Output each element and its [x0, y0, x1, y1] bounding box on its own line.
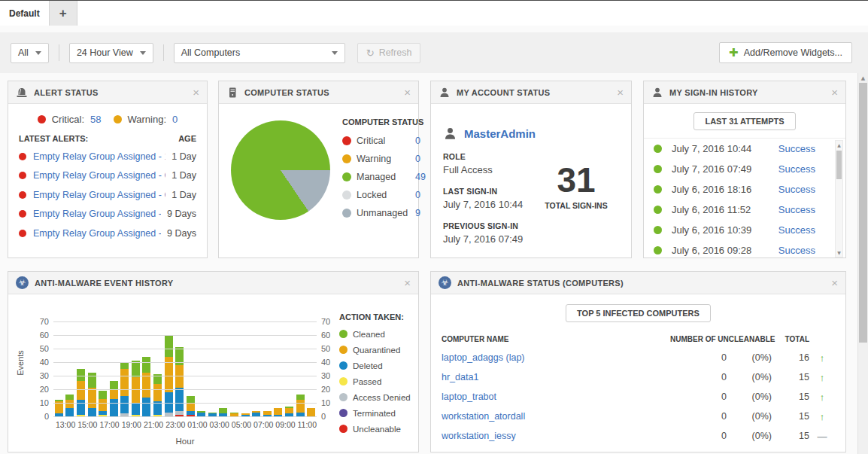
computer-name-link[interactable]: laptop_adaggs (lap) [442, 352, 670, 363]
computer-name-link[interactable]: hr_data1 [442, 372, 670, 382]
last-attempts-button[interactable]: LAST 31 ATTEMPTS [693, 112, 795, 130]
quarantined-segment [142, 373, 150, 397]
legend-dot [342, 172, 351, 181]
signin-date: July 6, 2016 09:28 [672, 245, 751, 256]
warning-dot [114, 115, 122, 123]
widget-antimalware-event-history: ☣ ANTI-MALWARE EVENT HISTORY × Events 01… [8, 271, 419, 452]
warning-count-link[interactable]: 0 [172, 114, 178, 125]
x-tick-label: 13:00 [56, 420, 75, 429]
close-icon[interactable]: × [831, 87, 838, 98]
time-view-dropdown[interactable]: 24 Hour View [69, 43, 153, 63]
x-tick-label: 21:00 [144, 420, 163, 429]
x-tick-label: 01:00 [187, 420, 207, 429]
close-icon[interactable]: × [404, 277, 411, 288]
stacked-bar-00:00 [187, 396, 195, 416]
alert-link[interactable]: Empty Relay Group Assigned - dir... [33, 228, 161, 239]
page-scrollbar[interactable]: ▲ [857, 73, 868, 454]
alert-link[interactable]: Empty Relay Group Assigned - CA... [33, 170, 165, 181]
deleted-segment [88, 408, 96, 416]
refresh-button[interactable]: ↻ Refresh [357, 43, 421, 63]
x-tick-slot: 11:00 [298, 420, 317, 429]
legend-value-link[interactable]: 0 [415, 190, 420, 200]
user-icon [443, 126, 457, 141]
legend-item: Cleaned [339, 326, 411, 342]
severity-filter-dropdown[interactable]: All [11, 43, 49, 63]
signin-result-link[interactable]: Success [778, 224, 815, 236]
alert-link[interactable]: Empty Relay Group Assigned - CA... [33, 190, 165, 200]
legend-value-link[interactable]: 9 [415, 208, 420, 218]
cleaned-segment [120, 362, 129, 369]
signin-date: July 6, 2016 18:16 [672, 184, 751, 195]
alert-link[interactable]: Empty Relay Group Assigned - 19... [33, 151, 165, 162]
alert-link[interactable]: Empty Relay Group Assigned - dir... [33, 209, 161, 219]
critical-dot [19, 153, 26, 160]
signin-result-link[interactable]: Success [778, 184, 815, 195]
signin-date: July 7, 2016 10:44 [672, 143, 751, 154]
stacked-bar-17:00 [110, 381, 118, 416]
widget-header: ALERT STATUS × [8, 81, 207, 104]
legend-dot [342, 190, 351, 200]
username-link[interactable]: MasterAdmin [464, 127, 536, 140]
x-tick-label: 11:00 [298, 420, 317, 429]
legend-dot [339, 409, 348, 417]
top5-infected-button[interactable]: TOP 5 INFECTED COMPUTERS [566, 304, 711, 322]
computer-name-link[interactable]: workstation_iessy [442, 431, 670, 441]
signin-result-link[interactable]: Success [778, 245, 815, 256]
scroll-down-icon[interactable]: ▼ [836, 248, 842, 257]
close-icon[interactable]: × [193, 87, 199, 98]
latest-alerts-label: LATEST ALERTS: [19, 134, 88, 143]
computer-status-body: COMPUTER STATUS Critical0Warning0Managed… [219, 104, 418, 230]
legend-value-link[interactable]: 0 [415, 136, 420, 146]
critical-count-link[interactable]: 58 [90, 114, 101, 125]
cleaned-segment [187, 396, 195, 403]
am-status-body: TOP 5 INFECTED COMPUTERS COMPUTER NAME N… [431, 294, 845, 446]
close-icon[interactable]: × [404, 87, 411, 98]
close-icon[interactable]: × [617, 87, 624, 98]
cleaned-segment [165, 335, 173, 357]
uncleanable-column-header: NUMBER OF UNCLEANABLE [670, 335, 772, 343]
add-remove-widgets-button[interactable]: ✚ Add/Remove Widgets... [719, 42, 852, 63]
uncleanable-percent: (0%) [727, 411, 772, 422]
deleted-segment [110, 399, 118, 416]
x-tick-label: 23:00 [165, 420, 185, 429]
computers-scope-dropdown[interactable]: All Computers [174, 43, 345, 63]
table-row: workstation_iessy0(0%)15— [442, 426, 835, 446]
legend-dot [339, 377, 348, 385]
legend-item: Critical0 [342, 132, 426, 150]
legend-title: COMPUTER STATUS [342, 117, 426, 126]
computer-name-link[interactable]: laptop_trabot [442, 392, 670, 402]
widget-header: MY ACCOUNT STATUS × [431, 81, 631, 104]
quarantined-segment [274, 408, 282, 415]
x-tick-label: 05:00 [232, 420, 251, 429]
gridline [53, 403, 317, 404]
signin-result-link[interactable]: Success [778, 163, 815, 175]
legend-value-link[interactable]: 0 [415, 154, 420, 164]
toolbar-separator [163, 44, 164, 61]
scrollbar-thumb[interactable] [836, 151, 842, 179]
computer-name-link[interactable]: workstation_atordall [442, 411, 670, 422]
legend-items: CleanedQuarantinedDeletedPassedAccess De… [339, 326, 411, 437]
account-user-row: MasterAdmin [443, 126, 619, 141]
legend-items: Critical0Warning0Managed49Locked0Unmanag… [342, 132, 426, 222]
legend-item: Uncleanable [339, 421, 411, 437]
legend-label: Cleaned [353, 330, 385, 339]
signin-result-link[interactable]: Success [778, 143, 815, 154]
chevron-down-icon [140, 51, 146, 55]
signin-row: July 6, 2016 10:39Success [644, 220, 845, 240]
chart-legend: ACTION TAKEN: CleanedQuarantinedDeletedP… [339, 312, 411, 437]
x-tick-slot: 05:00 [232, 420, 251, 429]
tab-default[interactable]: Default [0, 1, 49, 26]
success-dot [654, 165, 662, 173]
signin-result-link[interactable]: Success [778, 204, 815, 215]
legend-value-link[interactable]: 49 [415, 172, 426, 182]
close-icon[interactable]: × [831, 277, 838, 288]
scroll-up-icon[interactable]: ▲ [858, 73, 868, 83]
signin-list-scrollbar[interactable]: ▲ ▼ [835, 140, 843, 257]
scroll-up-icon[interactable]: ▲ [836, 141, 842, 149]
event-history-chart: Events 010203040506070 010203040506070 1… [8, 294, 418, 452]
quarantined-segment [187, 403, 195, 411]
scrollbar-thumb[interactable] [859, 83, 867, 343]
stacked-bar-08:00 [274, 408, 282, 416]
alert-age: 1 Day [171, 151, 196, 162]
add-tab-button[interactable]: + [49, 1, 77, 26]
